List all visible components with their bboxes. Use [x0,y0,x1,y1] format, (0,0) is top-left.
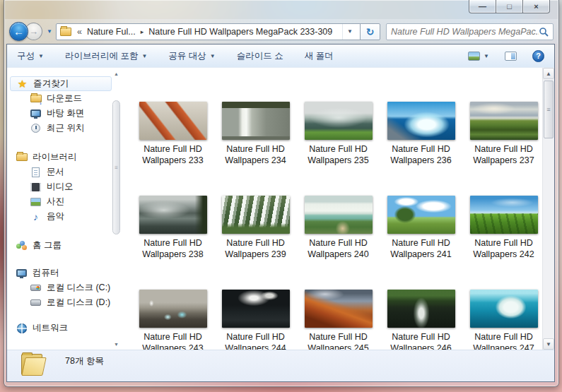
scrollbar-thumb[interactable]: ≡ [112,100,120,234]
file-item[interactable]: Nature Full HD Wallpapers 243 [131,281,214,350]
content-scrollbar[interactable]: ▲ ≡ ▼ [542,68,554,350]
desktop-label: 바탕 화면 [47,107,84,119]
scroll-down-icon[interactable]: ▼ [543,338,554,350]
search-box[interactable] [386,23,554,40]
search-input[interactable] [391,27,539,37]
breadcrumb-separator-icon[interactable]: ▸ [139,28,146,35]
file-name: Nature Full HD Wallpapers 242 [473,237,534,260]
file-item[interactable]: Nature Full HD Wallpapers 236 [380,93,462,187]
disk-drive-icon [30,297,42,309]
file-name: Nature Full HD Wallpapers 243 [142,331,203,350]
homegroup-icon [16,240,28,251]
scroll-down-icon[interactable]: ▼ [112,340,121,348]
file-item[interactable]: Nature Full HD Wallpapers 241 [380,187,462,281]
refresh-icon: ↻ [366,26,375,37]
thumbnail-image [305,102,373,140]
scroll-up-icon[interactable]: ▲ [112,69,121,78]
file-item[interactable]: Nature Full HD Wallpapers 246 [380,281,462,350]
forward-arrow-icon: → [29,26,38,37]
minimize-button[interactable]: — [469,0,496,13]
sidebar-item-desktop[interactable]: 바탕 화면 [7,106,122,121]
file-item[interactable]: Nature Full HD Wallpapers 242 [462,187,545,281]
sidebar-item-local-disk-c[interactable]: 로컬 디스크 (C:) [7,280,122,295]
thumbnail-image [139,290,207,328]
sidebar-item-downloads[interactable]: ↓ 다운로드 [7,91,122,106]
sidebar-item-homegroup[interactable]: 홈 그룹 [7,238,122,253]
sidebar-item-network[interactable]: 네트워크 [7,321,122,335]
organize-menu-button[interactable]: 구성 ▼ [17,50,44,62]
maximize-button[interactable]: □ [496,0,523,13]
documents-label: 문서 [47,166,64,178]
question-mark-icon: ? [536,52,541,60]
library-folder-icon [16,152,28,163]
thumbnail-image [387,196,455,234]
help-button[interactable]: ? [532,50,544,62]
status-bar: 78개 항목 [7,350,554,381]
sidebar-item-pictures[interactable]: 사진 [7,194,122,209]
file-list: Nature Full HD Wallpapers 233 Nature Ful… [122,68,554,350]
file-item[interactable]: Nature Full HD Wallpapers 244 [214,281,297,350]
file-name: Nature Full HD Wallpapers 245 [308,331,368,350]
file-item[interactable]: Nature Full HD Wallpapers 235 [297,93,380,187]
file-name: Nature Full HD Wallpapers 237 [473,143,534,166]
file-item[interactable]: Nature Full HD Wallpapers 239 [214,187,297,281]
share-with-menu-button[interactable]: 공유 대상 ▼ [168,50,215,62]
thumbnail-image [139,102,207,140]
new-folder-button[interactable]: 새 폴더 [305,50,334,62]
sidebar-item-local-disk-d[interactable]: 로컬 디스크 (D:) [7,295,122,310]
sidebar-item-computer[interactable]: 컴퓨터 [7,266,122,280]
sidebar-item-videos[interactable]: 비디오 [7,179,122,194]
back-button[interactable]: ← [9,22,28,41]
recent-places-clock-icon [30,123,42,134]
sidebar-item-documents[interactable]: 문서 [7,165,122,179]
file-name: Nature Full HD Wallpapers 241 [390,237,451,260]
star-icon: ★ [16,78,28,90]
disk-drive-icon [30,283,42,294]
homegroup-label: 홈 그룹 [33,239,62,251]
chevron-down-icon: ▼ [210,53,216,59]
local-disk-d-label: 로컬 디스크 (D:) [47,297,110,309]
sidebar-item-music[interactable]: ♪ 음악 [7,209,122,224]
thumbnail-view-icon [468,52,480,61]
sidebar-item-recent-places[interactable]: 최근 위치 [7,121,122,136]
history-dropdown-caret-icon[interactable]: ▼ [47,28,52,35]
change-view-button[interactable]: ▼ [468,52,489,61]
file-item[interactable]: Nature Full HD Wallpapers 245 [297,281,380,350]
chevron-down-icon: ▼ [38,53,44,59]
file-item[interactable]: Nature Full HD Wallpapers 238 [131,187,214,281]
main-panel: 구성 ▼ 라이브러리에 포함 ▼ 공유 대상 ▼ 슬라이드 쇼 새 폴더 ▼ [6,44,555,382]
sidebar-item-libraries[interactable]: 라이브러리 [7,150,122,165]
breadcrumb-overflow-chevron[interactable]: « [74,27,83,37]
thumbnail-image [222,196,290,234]
caption-button-group: — □ × [469,0,550,13]
file-item[interactable]: Nature Full HD Wallpapers 240 [297,187,380,281]
desktop-monitor-icon [30,108,42,119]
scrollbar-thumb[interactable]: ≡ [544,81,554,138]
network-globe-icon [16,323,28,334]
thumbnail-image [470,290,538,328]
film-strip-icon [30,182,42,193]
search-icon [539,27,549,37]
preview-pane-button[interactable] [505,52,517,61]
sidebar-scrollbar[interactable]: ▲ ≡ ▼ [112,69,121,348]
include-in-library-menu-button[interactable]: 라이브러리에 포함 ▼ [65,50,147,62]
breadcrumb-parent[interactable]: Nature Ful... [83,24,139,40]
file-item[interactable]: Nature Full HD Wallpapers 233 [131,93,214,187]
file-name: Nature Full HD Wallpapers 236 [390,143,451,166]
refresh-button[interactable]: ↻ [360,23,380,40]
breadcrumb-current[interactable]: Nature Full HD Wallpapers MegaPack 233-3… [145,24,336,40]
file-item[interactable]: Nature Full HD Wallpapers 234 [214,93,297,187]
sidebar-item-favorites[interactable]: ★ 즐겨찾기 [10,76,112,91]
file-item[interactable]: Nature Full HD Wallpapers 237 [462,93,545,187]
file-name: Nature Full HD Wallpapers 240 [308,237,368,260]
slideshow-button[interactable]: 슬라이드 쇼 [237,50,283,62]
close-button[interactable]: × [522,0,550,13]
command-bar: 구성 ▼ 라이브러리에 포함 ▼ 공유 대상 ▼ 슬라이드 쇼 새 폴더 ▼ [7,44,554,68]
thumbnail-image [387,102,455,140]
file-item[interactable]: Nature Full HD Wallpapers 247 [462,281,545,350]
picture-icon [30,196,42,208]
address-bar[interactable]: « Nature Ful... ▸ Nature Full HD Wallpap… [56,23,361,40]
address-dropdown-caret-icon[interactable]: ▼ [342,24,357,40]
new-folder-label: 새 폴더 [305,50,334,62]
scroll-up-icon[interactable]: ▲ [543,68,554,79]
